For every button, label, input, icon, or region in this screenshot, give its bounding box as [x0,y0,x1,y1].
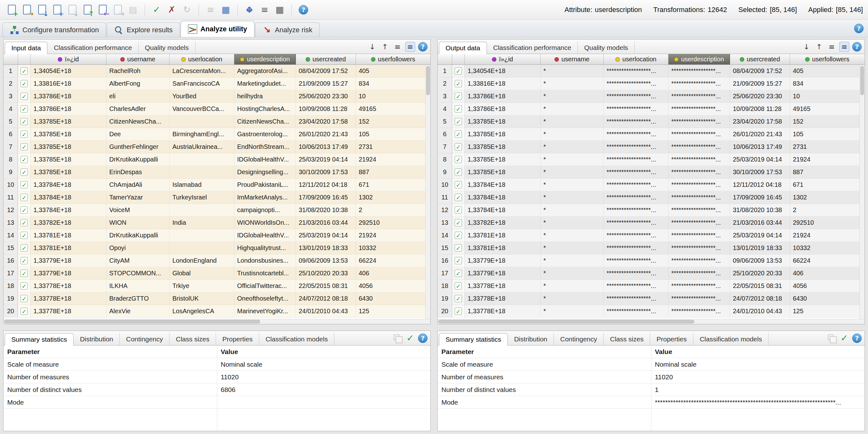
row-checkbox[interactable]: ✓ [455,206,462,214]
perspective-tab-explore-results[interactable]: Explore results [107,23,180,37]
row-checkbox[interactable]: ✓ [455,105,462,113]
row-checkbox[interactable]: ✓ [21,93,28,100]
tab-distribution[interactable]: Distribution [508,333,554,345]
tab-classification-performance[interactable]: Classification performance [48,41,138,54]
tab-properties[interactable]: Properties [650,333,693,345]
import-hierarchy-icon[interactable]: ← [96,3,109,17]
row-checkbox[interactable]: ✓ [455,308,462,315]
enable-updates-icon[interactable]: ✓ [839,333,849,343]
row-checkbox[interactable]: ✓ [21,131,28,138]
row-checkbox[interactable]: ✓ [455,181,462,189]
row-checkbox[interactable]: ✓ [455,282,462,290]
tab-contingency[interactable]: Contingency [120,333,169,345]
header-username[interactable]: username [106,54,169,64]
save-project-as-icon[interactable]: + [51,3,64,17]
move-view-icon[interactable]: ↔↕ [243,3,256,17]
header-userfollowers[interactable]: userfollowers [356,54,430,64]
row-checkbox[interactable]: ✓ [455,80,462,87]
help-icon[interactable]: ? [852,42,862,52]
help-icon[interactable]: ? [418,42,428,52]
sort-groups-icon[interactable]: ≡ [393,42,403,52]
new-project-icon[interactable]: + [5,3,18,17]
row-checkbox[interactable]: ✓ [455,295,462,302]
tab-output-data[interactable]: Output data [439,42,487,54]
header-usercreated[interactable]: usercreated [296,54,356,64]
row-checkbox[interactable]: ✓ [455,257,462,264]
row-checkbox[interactable]: ✓ [455,131,462,138]
help-icon[interactable]: ? [418,333,428,343]
load-project-icon[interactable]: → [20,3,33,17]
header-username[interactable]: username [540,54,604,64]
row-checkbox[interactable]: ✓ [21,308,28,315]
show-table-icon[interactable]: ▦ [219,3,232,17]
print-icon[interactable]: ▤ [126,3,140,17]
export-data-icon[interactable]: ↑ [81,3,94,17]
header-userlocation[interactable]: userlocation [604,54,669,64]
tab-classification-models[interactable]: Classification models [259,333,334,345]
reset-icon[interactable]: ✗ [165,3,178,17]
row-checkbox[interactable]: ✓ [21,219,28,226]
horizontal-scrollbar-thumb[interactable] [4,320,260,323]
row-checkbox[interactable]: ✓ [21,232,28,239]
row-checkbox[interactable]: ✓ [455,67,462,75]
sort-ascending-icon[interactable]: ↑ [380,42,390,52]
row-checkbox[interactable]: ✓ [21,194,28,201]
sort-ascending-icon[interactable]: ↑ [814,42,824,52]
row-checkbox[interactable]: ✓ [455,93,462,100]
header-userfollowers[interactable]: userfollowers [790,54,865,64]
row-checkbox[interactable]: ✓ [455,232,462,239]
header-userdescription[interactable]: userdescription [669,54,730,64]
sort-descending-icon[interactable]: ↓ [367,42,377,52]
copy-stats-icon[interactable] [827,333,837,343]
tab-class-sizes[interactable]: Class sizes [604,333,650,345]
header-id[interactable]: ï»¿id [31,54,106,64]
header-userdescription[interactable]: userdescription [234,54,296,64]
vertical-scrollbar-thumb[interactable] [861,66,864,95]
row-checkbox[interactable]: ✓ [455,194,462,201]
tab-properties[interactable]: Properties [216,333,259,345]
tab-distribution[interactable]: Distribution [73,333,120,345]
help-icon[interactable]: ? [854,24,864,33]
tab-quality-models[interactable]: Quality models [138,41,195,54]
help-icon[interactable]: ? [852,333,862,343]
row-checkbox[interactable]: ✓ [21,143,28,150]
anonymize-icon[interactable]: ↻ [180,3,193,17]
row-checkbox[interactable]: ✓ [21,118,28,125]
help-icon[interactable]: ? [297,3,310,17]
apply-icon[interactable]: ✓ [150,3,163,17]
row-checkbox[interactable]: ✓ [21,169,28,176]
row-checkbox[interactable]: ✓ [21,206,28,214]
perspective-tab-analyze-risk[interactable]: ↘Analyze risk [255,23,320,37]
tab-contingency[interactable]: Contingency [554,333,604,345]
tab-input-data[interactable]: Input data [5,42,48,54]
import-data-icon[interactable]: ↓ [66,3,79,17]
export-hierarchy-icon[interactable]: → [111,3,124,17]
header-userlocation[interactable]: userlocation [169,54,234,64]
row-checkbox[interactable]: ✓ [455,270,462,277]
row-checkbox[interactable]: ✓ [21,295,28,302]
edit-hierarchy-icon[interactable]: ≡ [204,3,217,17]
tab-class-sizes[interactable]: Class sizes [169,333,216,345]
sort-attribute-icon[interactable]: ≡ [405,42,415,52]
row-checkbox[interactable]: ✓ [455,156,462,163]
perspective-tab-configure-transformation[interactable]: Configure transformation [2,23,106,37]
sort-descending-icon[interactable]: ↓ [801,42,811,52]
row-checkbox[interactable]: ✓ [455,244,462,252]
toggle-list-view-icon[interactable]: ≡ [258,3,271,17]
row-checkbox[interactable]: ✓ [455,169,462,176]
header-id[interactable]: ï»¿id [465,54,540,64]
tab-quality-models[interactable]: Quality models [578,41,635,54]
row-checkbox[interactable]: ✓ [21,181,28,189]
enable-updates-icon[interactable]: ✓ [405,333,415,343]
row-checkbox[interactable]: ✓ [21,156,28,163]
header-usercreated[interactable]: usercreated [730,54,790,64]
save-project-icon[interactable]: ↓ [35,3,49,17]
toggle-grid-view-icon[interactable]: ▦ [273,3,286,17]
vertical-scrollbar-thumb[interactable] [426,66,430,95]
row-checkbox[interactable]: ✓ [455,118,462,125]
tab-summary-statistics[interactable]: Summary statistics [439,333,508,346]
sort-attribute-icon[interactable]: ≡ [839,42,849,52]
horizontal-scrollbar-thumb[interactable] [438,320,694,323]
perspective-tab-analyze-utility[interactable]: Analyze utility [181,21,254,37]
tab-summary-statistics[interactable]: Summary statistics [5,333,73,346]
